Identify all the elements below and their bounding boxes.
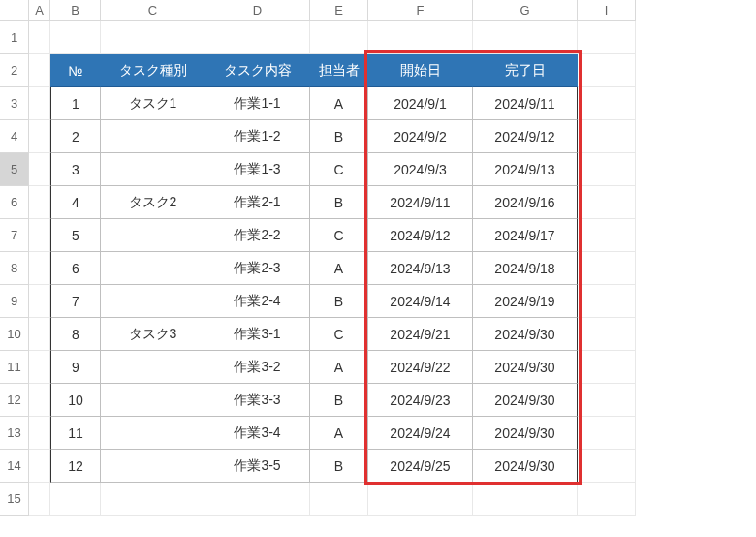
- cell-I6[interactable]: [578, 186, 636, 219]
- cell-E1[interactable]: [310, 21, 368, 54]
- row-header-4[interactable]: 4: [0, 120, 29, 153]
- cell-B15[interactable]: [50, 483, 101, 516]
- col-header-A[interactable]: A: [29, 0, 50, 21]
- cell-owner[interactable]: A: [310, 351, 368, 384]
- cell-start[interactable]: 2024/9/25: [368, 450, 473, 483]
- cell-owner[interactable]: C: [310, 153, 368, 186]
- cell-G15[interactable]: [473, 483, 578, 516]
- cell-end[interactable]: 2024/9/30: [473, 417, 578, 450]
- cell-end[interactable]: 2024/9/30: [473, 384, 578, 417]
- cell-start[interactable]: 2024/9/21: [368, 318, 473, 351]
- cell-A2[interactable]: [29, 54, 50, 87]
- cell-I2[interactable]: [578, 54, 636, 87]
- cell-end[interactable]: 2024/9/16: [473, 186, 578, 219]
- cell-G1[interactable]: [473, 21, 578, 54]
- cell-D1[interactable]: [205, 21, 310, 54]
- cell-E15[interactable]: [310, 483, 368, 516]
- cell-no[interactable]: 1: [50, 87, 101, 120]
- row-header-5[interactable]: 5: [0, 153, 29, 186]
- cell-content[interactable]: 作業1-1: [205, 87, 310, 120]
- cell-I12[interactable]: [578, 384, 636, 417]
- cell-B1[interactable]: [50, 21, 101, 54]
- cell-type[interactable]: タスク3: [101, 318, 205, 351]
- row-header-7[interactable]: 7: [0, 219, 29, 252]
- cell-type[interactable]: [101, 351, 205, 384]
- cell-no[interactable]: 5: [50, 219, 101, 252]
- cell-end[interactable]: 2024/9/30: [473, 318, 578, 351]
- cell-start[interactable]: 2024/9/13: [368, 252, 473, 285]
- cell-type[interactable]: タスク1: [101, 87, 205, 120]
- cell-start[interactable]: 2024/9/3: [368, 153, 473, 186]
- cell-A12[interactable]: [29, 384, 50, 417]
- cell-owner[interactable]: A: [310, 417, 368, 450]
- cell-start[interactable]: 2024/9/24: [368, 417, 473, 450]
- cell-C1[interactable]: [101, 21, 205, 54]
- cell-owner[interactable]: B: [310, 285, 368, 318]
- cell-no[interactable]: 3: [50, 153, 101, 186]
- select-all-corner[interactable]: [0, 0, 29, 21]
- cell-content[interactable]: 作業3-4: [205, 417, 310, 450]
- col-header-B[interactable]: B: [50, 0, 101, 21]
- cell-A15[interactable]: [29, 483, 50, 516]
- row-header-2[interactable]: 2: [0, 54, 29, 87]
- cell-I9[interactable]: [578, 285, 636, 318]
- cell-type[interactable]: [101, 450, 205, 483]
- cell-type[interactable]: [101, 384, 205, 417]
- cell-content[interactable]: 作業3-1: [205, 318, 310, 351]
- cell-owner[interactable]: B: [310, 120, 368, 153]
- cell-content[interactable]: 作業3-5: [205, 450, 310, 483]
- cell-no[interactable]: 9: [50, 351, 101, 384]
- cell-content[interactable]: 作業1-2: [205, 120, 310, 153]
- cell-end[interactable]: 2024/9/18: [473, 252, 578, 285]
- cell-end[interactable]: 2024/9/11: [473, 87, 578, 120]
- cell-A10[interactable]: [29, 318, 50, 351]
- cell-end[interactable]: 2024/9/13: [473, 153, 578, 186]
- col-header-D[interactable]: D: [205, 0, 310, 21]
- cell-owner[interactable]: A: [310, 252, 368, 285]
- cell-I15[interactable]: [578, 483, 636, 516]
- cell-I8[interactable]: [578, 252, 636, 285]
- cell-type[interactable]: [101, 153, 205, 186]
- cell-type[interactable]: タスク2: [101, 186, 205, 219]
- cell-A11[interactable]: [29, 351, 50, 384]
- cell-A8[interactable]: [29, 252, 50, 285]
- cell-no[interactable]: 6: [50, 252, 101, 285]
- cell-I5[interactable]: [578, 153, 636, 186]
- cell-D15[interactable]: [205, 483, 310, 516]
- cell-A7[interactable]: [29, 219, 50, 252]
- row-header-10[interactable]: 10: [0, 318, 29, 351]
- row-header-6[interactable]: 6: [0, 186, 29, 219]
- cell-end[interactable]: 2024/9/12: [473, 120, 578, 153]
- cell-end[interactable]: 2024/9/19: [473, 285, 578, 318]
- row-header-11[interactable]: 11: [0, 351, 29, 384]
- cell-type[interactable]: [101, 120, 205, 153]
- cell-owner[interactable]: B: [310, 186, 368, 219]
- cell-content[interactable]: 作業1-3: [205, 153, 310, 186]
- cell-A5[interactable]: [29, 153, 50, 186]
- cell-no[interactable]: 2: [50, 120, 101, 153]
- cell-owner[interactable]: A: [310, 87, 368, 120]
- cell-content[interactable]: 作業2-1: [205, 186, 310, 219]
- cell-A4[interactable]: [29, 120, 50, 153]
- cell-start[interactable]: 2024/9/12: [368, 219, 473, 252]
- row-header-8[interactable]: 8: [0, 252, 29, 285]
- cell-owner[interactable]: B: [310, 384, 368, 417]
- cell-I11[interactable]: [578, 351, 636, 384]
- cell-owner[interactable]: C: [310, 318, 368, 351]
- cell-I7[interactable]: [578, 219, 636, 252]
- cell-I14[interactable]: [578, 450, 636, 483]
- col-header-G[interactable]: G: [473, 0, 578, 21]
- cell-F1[interactable]: [368, 21, 473, 54]
- cell-no[interactable]: 4: [50, 186, 101, 219]
- row-header-15[interactable]: 15: [0, 483, 29, 516]
- cell-end[interactable]: 2024/9/30: [473, 351, 578, 384]
- col-header-I[interactable]: I: [578, 0, 636, 21]
- cell-content[interactable]: 作業3-2: [205, 351, 310, 384]
- cell-type[interactable]: [101, 219, 205, 252]
- cell-I1[interactable]: [578, 21, 636, 54]
- cell-A9[interactable]: [29, 285, 50, 318]
- cell-no[interactable]: 11: [50, 417, 101, 450]
- cell-owner[interactable]: C: [310, 219, 368, 252]
- cell-start[interactable]: 2024/9/2: [368, 120, 473, 153]
- row-header-13[interactable]: 13: [0, 417, 29, 450]
